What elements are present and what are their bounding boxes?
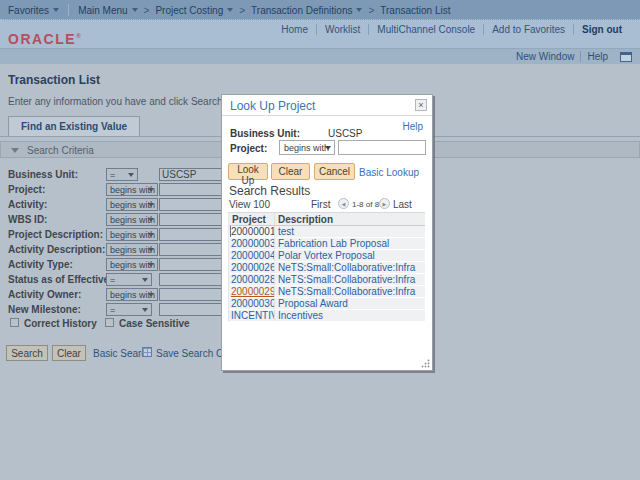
table-row: 20000003 Fabrication Lab Proposal [229,238,425,250]
basic-lookup-link[interactable]: Basic Lookup [359,167,419,178]
pagination-first: First [311,199,330,210]
breadcrumb-item-transaction-definitions[interactable]: Transaction Definitions [251,5,362,16]
main-menu[interactable]: Main Menu [78,5,137,16]
operator-select[interactable]: begins with [106,288,158,301]
table-header-row: Project Description [229,213,425,226]
breadcrumb-divider [68,4,69,16]
view-100-link[interactable]: View 100 [229,199,270,210]
search-button[interactable]: Search [6,345,48,361]
operator-value: = [110,275,115,285]
table-row: 20000030 Proposal Award [229,298,425,310]
description-link[interactable]: NeTS:Small:Collaborative:Infra [278,286,415,297]
operator-select[interactable]: = [106,273,152,286]
resize-handle-icon[interactable] [421,359,430,368]
breadcrumb-bar: Favorites Main Menu > Project Costing > … [0,0,640,20]
project-link[interactable]: 20000030 [231,298,275,309]
operator-select[interactable]: begins with [106,183,158,196]
operator-select[interactable]: begins with [106,258,158,271]
activity-description-input[interactable] [159,243,229,256]
new-window-icon[interactable] [620,52,632,62]
wbs-id-input[interactable] [159,213,229,226]
project-link[interactable]: 20000003 [231,238,275,249]
description-link[interactable]: Polar Vortex Proposal [278,250,375,261]
multichannel-console-link[interactable]: MultiChannel Console [368,24,483,35]
sign-out-link[interactable]: Sign out [573,24,630,35]
chevron-down-icon [356,8,362,12]
home-link[interactable]: Home [273,24,316,35]
table-row: INCENTIV Incentives [229,310,425,322]
correct-history-checkbox[interactable] [10,318,19,327]
main-menu-label: Main Menu [78,5,127,16]
project-label: Project: [230,143,267,154]
lookup-project-dialog: Look Up Project × Help Business Unit: US… [221,94,433,371]
activity-input[interactable] [159,198,229,211]
new-milestone-input[interactable] [159,303,229,316]
next-page-icon[interactable]: ▶ [379,198,390,209]
business-unit-input[interactable] [159,168,229,181]
new-window-link[interactable]: New Window [510,51,580,62]
operator-value: = [110,305,115,315]
tab-find-an-existing-value[interactable]: Find an Existing Value [8,116,140,136]
column-header-project: Project [229,213,275,225]
clear-button[interactable]: Clear [52,345,86,361]
project-operator-select[interactable]: begins with [279,140,335,155]
breadcrumb-label: Project Costing [155,5,223,16]
activity-type-input[interactable] [159,258,229,271]
breadcrumb-separator: > [239,5,245,16]
project-input[interactable] [159,183,229,196]
table-row: 20000029 NeTS:Small:Collaborative:Infra [229,286,425,298]
project-link[interactable]: 20000026 [231,262,275,273]
pagination-last: Last [393,199,412,210]
operator-select[interactable]: = [106,303,152,316]
add-to-favorites-link[interactable]: Add to Favorites [483,24,573,35]
operator-select[interactable]: begins with [106,198,158,211]
table-row: 20000004 Polar Vortex Proposal [229,250,425,262]
pagination-range: 1-8 of 8 [352,200,379,209]
case-sensitive-checkbox[interactable] [105,318,114,327]
look-up-button[interactable]: Look Up [228,163,268,180]
dialog-help-link[interactable]: Help [402,121,423,132]
project-link[interactable]: 20000001 [231,226,275,237]
close-icon[interactable]: × [415,99,427,111]
save-search-icon[interactable] [142,347,152,357]
worklist-link[interactable]: Worklist [316,24,368,35]
description-link[interactable]: Proposal Award [278,298,348,309]
project-description-input[interactable] [159,228,229,241]
description-link[interactable]: test [278,226,294,237]
operator-select[interactable]: begins with [106,213,158,226]
chevron-down-icon [148,203,154,207]
favorites-menu[interactable]: Favorites [8,5,59,16]
project-link[interactable]: INCENTIV [231,310,275,321]
operator-select[interactable]: begins with [106,228,158,241]
operator-select[interactable]: = [106,168,138,181]
cancel-button[interactable]: Cancel [314,163,355,180]
description-link[interactable]: NeTS:Small:Collaborative:Infra [278,262,415,273]
description-link[interactable]: NeTS:Small:Collaborative:Infra [278,274,415,285]
project-link[interactable]: 20000004 [231,250,275,261]
status-effective-date-input[interactable] [159,273,229,286]
previous-page-icon[interactable]: ◀ [338,198,349,209]
description-link[interactable]: Fabrication Lab Proposal [278,238,389,249]
operator-value: begins with [284,143,329,153]
help-link[interactable]: Help [580,51,614,62]
case-sensitive-label: Case Sensitive [119,318,190,329]
chevron-down-icon [53,8,59,12]
lookup-clear-button[interactable]: Clear [271,163,310,180]
activity-owner-input[interactable] [159,288,229,301]
field-label: New Milestone: [8,304,81,315]
breadcrumb-item-project-costing[interactable]: Project Costing [155,5,233,16]
project-link[interactable]: 20000029 [231,286,275,297]
description-link[interactable]: Incentives [278,310,323,321]
table-row: 20000028 NeTS:Small:Collaborative:Infra [229,274,425,286]
field-label: WBS ID: [8,214,47,225]
operator-select[interactable]: begins with [106,243,158,256]
project-lookup-input[interactable] [338,140,426,155]
sub-band: New Window Help [0,48,640,64]
chevron-down-icon [148,293,154,297]
project-link[interactable]: 20000028 [231,274,275,285]
header-band: Home Worklist MultiChannel Console Add t… [0,20,640,48]
correct-history-label: Correct History [24,318,97,329]
chevron-down-icon [148,233,154,237]
collapse-triangle-icon [11,148,19,153]
field-label: Project Description: [8,229,103,240]
